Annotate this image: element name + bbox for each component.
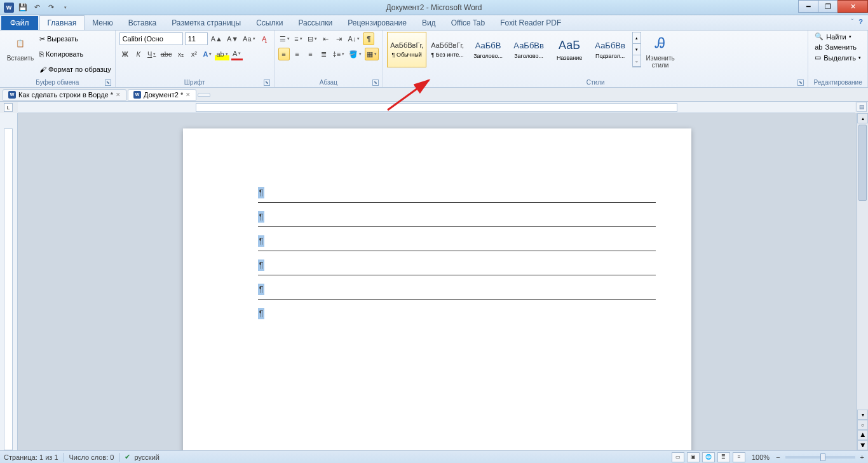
document-area[interactable]: ¶ ¶ ¶ ¶ ¶ ¶ <box>18 113 857 450</box>
italic-button[interactable]: К <box>133 48 144 60</box>
close-tab-icon[interactable]: ✕ <box>116 92 121 98</box>
style-item[interactable]: АаБбВвГг,¶ Без инте... <box>428 32 467 67</box>
scroll-down-icon[interactable]: ▾ <box>857 410 868 420</box>
font-name-combo[interactable]: Calibri (Осно <box>119 32 183 45</box>
view-print-layout-icon[interactable]: ▭ <box>672 452 684 462</box>
increase-indent-icon[interactable]: ⇥ <box>334 32 345 45</box>
browse-object-icon[interactable]: ○ <box>857 420 868 430</box>
tab-home[interactable]: Главная <box>39 15 85 30</box>
format-painter-button[interactable]: 🖌Формат по образцу <box>39 62 111 76</box>
styles-scroll[interactable]: ▴▾⌄ <box>632 32 641 67</box>
clipboard-dialog-icon[interactable]: ⬊ <box>105 79 111 86</box>
tab-mailings[interactable]: Рассылки <box>290 16 340 30</box>
clear-formatting-icon[interactable]: Ąͅ <box>259 32 270 45</box>
redo-icon[interactable]: ↷ <box>44 1 57 14</box>
sort-icon[interactable]: A↓ <box>347 32 362 45</box>
numbering-icon[interactable]: ≡ <box>293 32 304 45</box>
replace-button[interactable]: abЗаменить <box>812 43 864 52</box>
new-tab-button[interactable] <box>198 93 210 97</box>
save-icon[interactable]: 💾 <box>17 1 29 14</box>
line-spacing-icon[interactable]: ‡≡ <box>332 48 346 60</box>
highlight-color-icon[interactable]: ab <box>215 48 229 60</box>
font-size-combo[interactable]: 11 <box>185 32 208 45</box>
align-center-icon[interactable]: ≡ <box>292 48 303 60</box>
prev-page-icon[interactable]: ⯅ <box>857 430 868 440</box>
bullets-icon[interactable]: ☰ <box>278 32 291 45</box>
tab-review[interactable]: Рецензирование <box>340 16 414 30</box>
find-button[interactable]: 🔍Найти▾ <box>812 32 864 41</box>
zoom-out-icon[interactable]: − <box>776 453 780 461</box>
multilevel-list-icon[interactable]: ⊟ <box>306 32 318 45</box>
zoom-slider[interactable] <box>785 456 855 459</box>
close-tab-icon[interactable]: ✕ <box>186 92 191 98</box>
bold-button[interactable]: Ж <box>119 48 131 60</box>
tab-menu[interactable]: Меню <box>85 16 120 30</box>
shading-icon[interactable]: 🪣 <box>348 48 363 60</box>
scroll-thumb[interactable] <box>858 125 867 201</box>
style-item[interactable]: АаБбВвГг,¶ Обычный <box>387 32 426 67</box>
view-outline-icon[interactable]: ≣ <box>717 452 730 462</box>
change-styles-button[interactable]: Ꭿ Изменить стили <box>644 32 677 70</box>
style-item[interactable]: АаБНазвание <box>550 32 589 67</box>
shrink-font-icon[interactable]: A▼ <box>226 32 240 45</box>
font-color-icon[interactable]: A <box>231 48 243 60</box>
app-icon[interactable]: W <box>3 1 15 14</box>
underline-button[interactable]: Ч <box>146 48 158 60</box>
qat-customize-icon[interactable] <box>58 1 71 14</box>
zoom-in-icon[interactable]: + <box>860 453 864 461</box>
view-draft-icon[interactable]: ≡ <box>733 452 745 462</box>
align-right-icon[interactable]: ≡ <box>305 48 316 60</box>
tab-view[interactable]: Вид <box>414 16 444 30</box>
minimize-ribbon-icon[interactable]: ˇ <box>851 18 854 25</box>
ruler-vertical[interactable] <box>0 113 18 450</box>
document-tab[interactable]: WДокумент2 *✕ <box>128 89 196 100</box>
ruler-toggle[interactable]: ▤ <box>857 102 867 113</box>
paste-button[interactable]: 📋 Вставить <box>4 32 37 63</box>
superscript-button[interactable]: x² <box>188 48 200 60</box>
ruler-horizontal[interactable] <box>18 102 855 113</box>
borders-button[interactable]: ▦ <box>365 48 379 60</box>
tab-office-tab[interactable]: Office Tab <box>444 16 493 30</box>
paragraph-dialog-icon[interactable]: ⬊ <box>372 79 379 86</box>
close-button[interactable]: ✕ <box>837 0 868 13</box>
change-case-icon[interactable]: Aa <box>241 32 256 45</box>
select-button[interactable]: ▭Выделить▾ <box>812 53 864 62</box>
cut-button[interactable]: ✂Вырезать <box>39 32 111 46</box>
style-item[interactable]: АаБбВвЗаголово... <box>509 32 548 67</box>
grow-font-icon[interactable]: A▲ <box>210 32 224 45</box>
spellcheck-icon[interactable]: ✔ <box>125 453 130 461</box>
style-item[interactable]: АаБбВЗаголово... <box>468 32 508 67</box>
document-tab[interactable]: WКак сделать строки в Ворде *✕ <box>3 89 126 100</box>
align-left-icon[interactable]: ≡ <box>278 48 290 60</box>
tab-page-layout[interactable]: Разметка страницы <box>164 16 248 30</box>
page[interactable]: ¶ ¶ ¶ ¶ ¶ ¶ <box>183 128 691 450</box>
status-words[interactable]: Число слов: 0 <box>69 453 114 461</box>
status-page[interactable]: Страница: 1 из 1 <box>4 453 58 461</box>
view-web-icon[interactable]: 🌐 <box>702 452 715 462</box>
tab-selector[interactable]: L <box>4 103 13 112</box>
style-item[interactable]: АаБбВвПодзагол... <box>590 32 630 67</box>
view-full-screen-icon[interactable]: ▣ <box>687 452 700 462</box>
maximize-button[interactable]: ❐ <box>818 0 838 13</box>
decrease-indent-icon[interactable]: ⇤ <box>320 32 332 45</box>
status-language[interactable]: русский <box>134 453 159 461</box>
styles-dialog-icon[interactable]: ⬊ <box>797 79 804 86</box>
subscript-button[interactable]: x₂ <box>175 48 186 60</box>
help-icon[interactable]: ? <box>858 18 863 25</box>
minimize-button[interactable]: ━ <box>798 0 818 13</box>
next-page-icon[interactable]: ⯆ <box>857 440 868 450</box>
strikethrough-button[interactable]: abc <box>159 48 173 60</box>
text-effects-icon[interactable]: A <box>201 48 213 60</box>
tab-references[interactable]: Ссылки <box>248 16 290 30</box>
undo-icon[interactable]: ↶ <box>31 1 43 14</box>
zoom-level[interactable]: 100% <box>752 453 770 461</box>
scroll-up-icon[interactable]: ▴ <box>857 113 868 123</box>
tab-foxit[interactable]: Foxit Reader PDF <box>492 16 569 30</box>
file-tab[interactable]: Файл <box>1 16 38 30</box>
tab-insert[interactable]: Вставка <box>121 16 165 30</box>
copy-button[interactable]: ⎘Копировать <box>39 47 111 61</box>
show-hide-pilcrow-button[interactable]: ¶ <box>363 32 374 45</box>
scrollbar-vertical[interactable]: ▴ ▾ ○ ⯅ ⯆ <box>857 113 868 450</box>
font-dialog-icon[interactable]: ⬊ <box>264 79 270 86</box>
justify-icon[interactable]: ≣ <box>318 48 330 60</box>
